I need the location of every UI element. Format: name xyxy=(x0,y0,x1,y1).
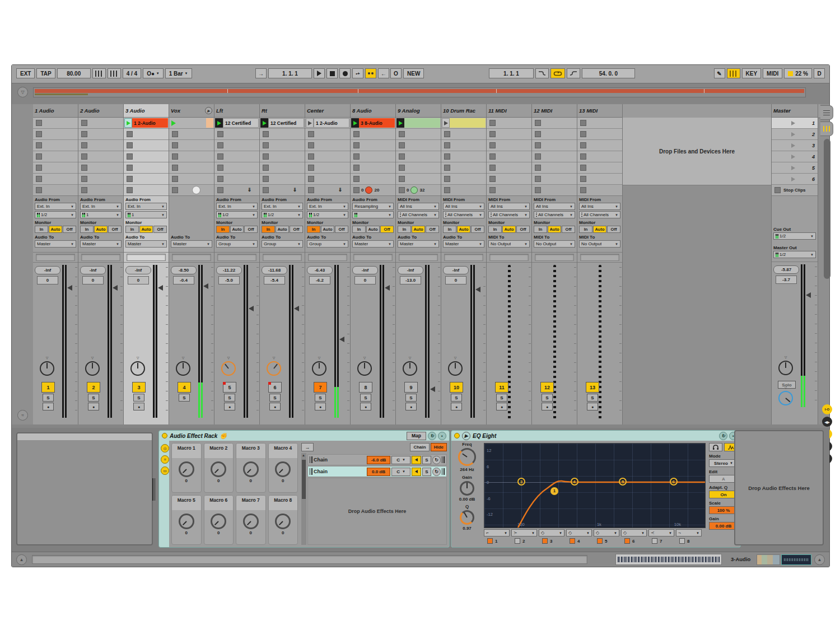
track-activator-button[interactable]: 7 xyxy=(314,382,327,393)
solo-button[interactable]: S xyxy=(496,394,507,402)
filter-type-select[interactable]: ⌐▼ xyxy=(484,529,510,536)
clip-slot-empty[interactable] xyxy=(169,129,214,140)
group-play-icon[interactable] xyxy=(171,120,176,126)
track-title[interactable]: Vox ▶ xyxy=(169,104,214,118)
clip-stop-row[interactable]: ⇓ xyxy=(169,185,214,196)
vertical-scrollbar[interactable] xyxy=(824,139,830,279)
drop-audio-effects-zone[interactable]: Drop Audio Effects Here xyxy=(307,478,447,545)
monitor-off-button[interactable]: Off xyxy=(562,226,575,233)
volume-fader-handle[interactable] xyxy=(294,306,299,311)
pan-knob[interactable] xyxy=(130,361,145,376)
clip-stop-row[interactable]: ⇓ xyxy=(441,185,486,196)
clip-slot-empty[interactable] xyxy=(169,151,214,162)
pan-knob[interactable] xyxy=(357,361,372,376)
macro-knob[interactable] xyxy=(211,461,226,477)
chain-speaker-button[interactable] xyxy=(412,456,421,464)
arm-record-button[interactable]: ● xyxy=(451,403,462,410)
track-delay-field[interactable] xyxy=(535,254,574,261)
clip-overview-thumbnail[interactable] xyxy=(757,554,780,565)
solo-button[interactable]: S xyxy=(43,394,54,402)
chain-solo-button[interactable]: S xyxy=(422,456,431,464)
volume-fader-handle[interactable] xyxy=(475,287,480,292)
chain-row[interactable]: Chain 0.0 dB C▼ S ↻ xyxy=(307,466,447,477)
macro-label[interactable]: Macro 7 xyxy=(236,496,265,510)
session-view-tab[interactable] xyxy=(820,122,833,136)
output-type-select[interactable]: No Output▼ xyxy=(488,240,530,248)
track-delay-field[interactable] xyxy=(399,254,438,261)
clip-slot-1[interactable]: 3 8-Audio xyxy=(351,118,395,129)
solo-button[interactable]: S xyxy=(587,394,598,402)
clip-play-button[interactable] xyxy=(260,118,268,128)
clip-stop-row[interactable]: ⇓ xyxy=(78,185,123,196)
scene-row[interactable]: 1 xyxy=(772,118,818,129)
volume-field[interactable]: -5.0 xyxy=(218,276,240,284)
clip-slot-empty[interactable] xyxy=(78,151,123,162)
clip-slot-empty[interactable] xyxy=(305,162,350,174)
output-type-select[interactable]: Master▼ xyxy=(35,240,76,248)
clip-slot-1[interactable]: 1 2-Audio xyxy=(305,118,350,129)
clip-play-button[interactable] xyxy=(396,118,404,128)
clip-slot-empty[interactable] xyxy=(396,140,441,151)
track-title[interactable]: 9 Analog ▶ xyxy=(396,104,441,118)
show-devices-button[interactable]: ▭ xyxy=(161,466,169,475)
hot-swap-icon[interactable]: ↻ xyxy=(719,432,727,440)
stop-all-clips-row[interactable]: Stop Clips xyxy=(772,185,818,196)
clip-slot-1[interactable]: 12 Certified xyxy=(214,118,259,129)
output-type-select[interactable]: Master▼ xyxy=(398,240,439,248)
track-activator-button[interactable]: 12 xyxy=(540,382,554,393)
clip-slot-empty[interactable] xyxy=(33,162,78,174)
drop-audio-effects-panel[interactable]: Drop Audio Effects Here xyxy=(734,430,824,545)
clip-stop-row[interactable]: 0 32 ⇓ xyxy=(396,185,441,196)
draw-mode-button[interactable]: O xyxy=(390,68,402,78)
clip-slot-empty[interactable] xyxy=(532,140,577,151)
input-channel-select[interactable]: 1▼ xyxy=(125,211,167,218)
clip-slot-empty[interactable] xyxy=(441,140,486,151)
input-channel-select[interactable]: 1/2▼ xyxy=(262,211,303,218)
clip-play-button[interactable] xyxy=(215,118,223,128)
output-type-select[interactable]: Master▼ xyxy=(443,240,484,248)
macro-label[interactable]: Macro 6 xyxy=(204,496,234,510)
input-type-select[interactable]: Ext. In▼ xyxy=(80,203,122,210)
output-type-select[interactable]: Master▼ xyxy=(125,240,167,248)
eq-title-bar[interactable]: ▶ EQ Eight ↻ ▪ xyxy=(451,431,740,441)
track-title[interactable]: 2 Audio ▶ xyxy=(78,104,123,118)
output-type-select[interactable]: Group▼ xyxy=(262,240,303,248)
scene-play-icon[interactable] xyxy=(791,177,795,181)
save-preset-icon[interactable]: ▪ xyxy=(438,432,446,440)
track-activator-button[interactable]: 8 xyxy=(359,382,372,393)
solo-button[interactable]: S xyxy=(269,394,281,402)
volume-field[interactable]: 0 xyxy=(82,276,104,284)
clip-slot-empty[interactable] xyxy=(78,174,123,185)
clip-stop-row[interactable]: ⇓ xyxy=(33,185,78,196)
input-channel-select[interactable]: 1▼ xyxy=(80,211,122,218)
input-type-select[interactable]: Ext. In▼ xyxy=(216,203,258,210)
volume-fader-handle[interactable] xyxy=(806,292,811,298)
track-activator-button[interactable]: 10 xyxy=(450,382,463,393)
chain-volume-field[interactable]: -6.0 dB xyxy=(367,456,390,464)
clip-slot-empty[interactable] xyxy=(214,151,259,162)
track-activator-button[interactable]: 4 xyxy=(178,382,191,393)
monitor-auto-button[interactable]: Auto xyxy=(457,226,470,233)
eq-band-node[interactable]: 4 xyxy=(571,478,578,486)
track-title[interactable]: 1 Audio ▶ xyxy=(33,104,78,118)
input-type-select[interactable]: Ext. In▼ xyxy=(262,203,303,210)
clip-stop-row[interactable]: ⇓ xyxy=(577,185,622,196)
clip-stop-row[interactable]: ⇓ xyxy=(532,185,577,196)
band-activate-checkbox[interactable] xyxy=(624,538,630,544)
scene-play-icon[interactable] xyxy=(791,143,795,148)
map-button[interactable]: Map xyxy=(407,432,426,440)
clip-slot-1[interactable] xyxy=(33,118,78,129)
clip-slot-empty[interactable] xyxy=(351,129,395,140)
clip-slot-1[interactable]: 1 2-Audio xyxy=(124,118,169,129)
volume-field[interactable]: -13.0 xyxy=(400,276,421,284)
solo-button[interactable]: S xyxy=(224,394,235,402)
draw-pencil-button[interactable]: ✎ xyxy=(714,68,725,78)
q-value[interactable]: 0.97 xyxy=(451,526,483,531)
band-activate-checkbox[interactable] xyxy=(679,538,685,544)
band-activate-checkbox[interactable] xyxy=(542,538,548,544)
hot-swap-icon[interactable]: ↻ xyxy=(428,432,436,440)
monitor-in-button[interactable]: In xyxy=(125,226,139,233)
input-channel-select[interactable]: ▼ xyxy=(352,211,394,218)
clip-slot-1[interactable] xyxy=(78,118,123,129)
scene-row[interactable]: 2 xyxy=(772,129,818,140)
